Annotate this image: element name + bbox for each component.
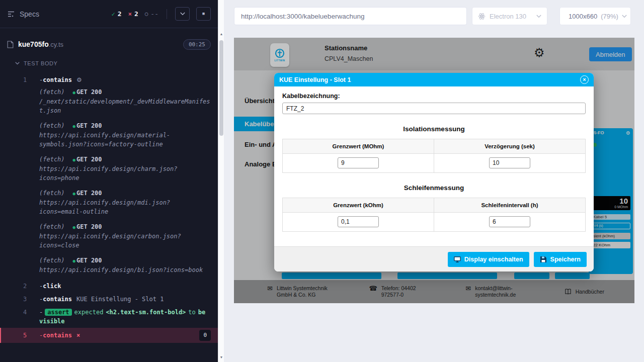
loop-col-grenzwert: Grenzwert (kOhm) [283,198,434,212]
network-log[interactable]: (fetch)●GET 200 https://api.iconify.desi… [0,255,218,277]
schleifen-table: Grenzwert (kOhm) Schleifenintervall (h) [282,198,586,232]
chevron-down-icon [622,15,627,18]
status-dot-icon: ● [73,256,75,265]
monitor-icon [454,256,461,263]
display-on-button[interactable]: Display einschalten [448,252,529,267]
command-number: 1 [23,75,39,84]
electron-icon [478,13,486,20]
command-number: 5 [23,331,39,340]
divider [167,9,167,19]
chevron-down-icon [536,15,541,18]
viewport-zoom: (79%) [601,13,618,20]
floppy-icon [540,256,547,263]
network-log[interactable]: (fetch)●GET 200 https://api.iconify.desi… [0,221,218,252]
log-method: (fetch) [39,222,65,231]
modal-footer: Display einschalten Speichern [274,246,594,272]
network-log[interactable]: (fetch)●GET 200 https://api.iconify.desi… [0,188,218,218]
loop-grenzwert-input[interactable] [338,216,379,227]
assert-text: to [188,309,195,316]
display-on-label: Display einschalten [464,256,523,263]
iso-col-verzoegerung: Verzögerung (sek) [434,139,585,153]
command-row[interactable]: 3 -containsKUE Einstellung - Slot 1 [0,293,218,306]
viewport-select[interactable]: 1000x660 (79%) [559,7,631,25]
duration-badge: 00:25 [183,39,211,50]
command-row-failed[interactable]: 5 -contains×0 [0,328,218,343]
pending-stat: ○-- [145,10,158,18]
log-status: GET 200 [76,189,102,198]
aut-frame: LITTWIN Stationsname CPLV4_Maschen ⚙ Abm… [234,38,634,303]
isolation-table: Grenzwert (MOhm) Verzögerung (sek) [282,139,586,173]
command-row[interactable]: 1 -contains⚙ [0,73,218,86]
cross-icon: × [128,11,132,18]
status-dot-icon: ● [73,155,75,164]
status-dot-icon: ● [73,223,75,232]
log-url: https://api.iconify.design/bi.json?icons… [39,265,211,275]
reporter-scrollbar[interactable]: ▲ ▼ [218,0,224,362]
log-method: (fetch) [39,189,65,198]
log-method: (fetch) [39,155,65,164]
status-dot-icon: ● [73,189,75,198]
command-log: 1 -contains⚙ (fetch)●GET 200 /_next/stat… [0,70,218,343]
check-icon: ✓ [112,11,115,18]
browser-label: Electron 130 [490,13,526,20]
log-status: GET 200 [76,155,102,164]
assert-element: <h2.text-sm.font-bold> [106,309,186,316]
command-number: 3 [23,295,39,304]
log-url: https://api.iconify.design/mdi.json?icon… [39,198,211,216]
command-number: 4 [23,308,39,317]
section-label: TEST BODY [24,60,58,66]
network-log[interactable]: (fetch)●GET 200 https://api.iconify.desi… [0,120,218,151]
iso-verzoegerung-input[interactable] [489,157,530,168]
log-url: https://api.iconify.design/charm.json?ic… [39,164,211,183]
command-row[interactable]: 2 -click [0,280,218,293]
command-name: click [43,283,61,290]
collapse-button[interactable] [175,7,190,21]
log-status: GET 200 [76,256,102,265]
viewport-size: 1000x660 [569,13,597,20]
log-url: /_next/static/development/_devMiddleware… [39,97,211,115]
cable-name-label: Kabelbezeichnung: [282,93,586,100]
stop-icon: ■ [202,12,205,16]
close-icon[interactable]: × [580,75,589,84]
command-name: contains [43,76,72,83]
assert-text: expected [74,309,104,316]
scrollbar-thumb[interactable] [219,40,223,136]
stop-button[interactable]: ■ [196,7,211,21]
iso-grenzwert-input[interactable] [338,157,379,168]
command-row-assert[interactable]: 4 -assertexpected<h2.text-sm.font-bold>t… [0,306,218,328]
specs-list-icon [7,10,15,18]
network-log[interactable]: (fetch)●GET 200 https://api.iconify.desi… [0,154,218,185]
isolation-heading: Isolationsmessung [282,125,586,133]
cable-name-input[interactable] [282,103,586,114]
schleifen-heading: Schleifenmessung [282,184,586,192]
reporter-header: Specs ✓2 ×2 ○-- ■ [0,0,218,28]
url-input[interactable] [234,7,467,25]
log-method: (fetch) [39,87,65,97]
modal-title: KUE Einstellung - Slot 1 [279,76,351,83]
command-name: contains [43,296,72,303]
status-dot-icon: ● [73,88,75,97]
runner-main: Electron 130 1000x660 (79%) LITTWIN Stat… [224,0,644,362]
specs-button[interactable]: Specs [7,10,39,18]
chevron-down-icon [15,62,20,65]
loop-intervall-input[interactable] [489,216,530,227]
modal-title-bar: KUE Einstellung - Slot 1 × [274,73,594,86]
failed-count: 2 [134,10,138,18]
log-status: GET 200 [76,222,102,231]
test-body-section[interactable]: TEST BODY [0,52,218,70]
status-dot-icon: ● [73,122,75,131]
loop-col-intervall: Schleifenintervall (h) [434,198,585,212]
command-number: 2 [23,282,39,291]
cypress-reporter: Specs ✓2 ×2 ○-- ■ kue705fo.cy.ts 00:25 T… [0,0,218,362]
log-status: GET 200 [76,121,102,130]
network-log[interactable]: (fetch)●GET 200 /_next/static/developmen… [0,86,218,117]
save-button[interactable]: Speichern [534,252,587,267]
spec-row[interactable]: kue705fo.cy.ts 00:25 [0,36,218,52]
retry-badge: 0 [199,330,211,341]
gear-icon: ⚙ [76,76,82,83]
expander-icon: - [39,309,43,316]
browser-select[interactable]: Electron 130 [472,7,547,25]
expander-icon: - [39,331,43,340]
runner-toolbar: Electron 130 1000x660 (79%) [234,7,631,25]
save-label: Speichern [550,256,581,263]
